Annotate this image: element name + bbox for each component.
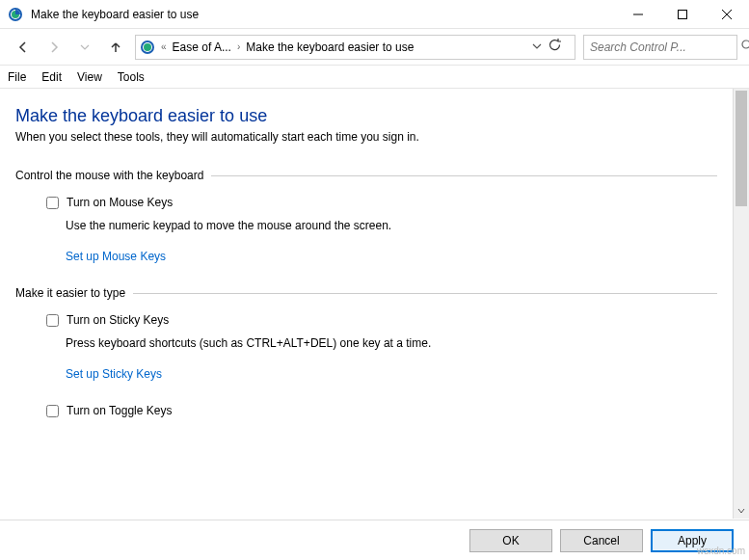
menu-file[interactable]: File (8, 70, 26, 84)
address-dropdown[interactable] (532, 40, 542, 54)
group-header-type-label: Make it easier to type (15, 286, 125, 300)
vertical-scrollbar[interactable] (733, 89, 749, 519)
group-header-mouse: Control the mouse with the keyboard (15, 169, 717, 182)
mouse-keys-desc: Use the numeric keypad to move the mouse… (66, 219, 717, 232)
forward-button[interactable] (42, 36, 66, 59)
group-header-mouse-label: Control the mouse with the keyboard (15, 169, 203, 182)
checkbox-sticky-keys-input[interactable] (46, 314, 59, 327)
checkbox-sticky-keys[interactable]: Turn on Sticky Keys (46, 313, 717, 327)
divider (133, 293, 717, 294)
link-setup-sticky-keys[interactable]: Set up Sticky Keys (66, 367, 717, 381)
up-button[interactable] (104, 36, 127, 59)
cancel-button[interactable]: Cancel (560, 529, 643, 552)
content-pane: Make the keyboard easier to use When you… (0, 89, 733, 519)
svg-rect-4 (679, 10, 687, 18)
page-subtitle: When you select these tools, they will a… (15, 130, 717, 144)
menu-tools[interactable]: Tools (118, 70, 145, 84)
watermark: wsxdn.com (697, 546, 745, 556)
minimize-button[interactable] (616, 0, 660, 29)
titlebar: Make the keyboard easier to use (0, 0, 749, 29)
search-input[interactable] (590, 40, 736, 54)
chevron-left-icon: « (161, 41, 167, 52)
checkbox-toggle-keys-input[interactable] (46, 405, 59, 417)
menu-view[interactable]: View (77, 70, 102, 84)
footer: OK Cancel Apply (0, 520, 749, 560)
breadcrumb-item-current[interactable]: Make the keyboard easier to use (246, 40, 414, 54)
navbar: « Ease of A... › Make the keyboard easie… (0, 29, 749, 66)
ok-button[interactable]: OK (469, 529, 552, 552)
group-header-type: Make it easier to type (15, 286, 717, 300)
checkbox-toggle-keys-label: Turn on Toggle Keys (67, 404, 172, 417)
scroll-down-arrow[interactable] (734, 502, 749, 519)
svg-point-9 (144, 43, 151, 51)
sticky-keys-desc: Press keyboard shortcuts (such as CTRL+A… (66, 336, 717, 350)
window-icon (8, 7, 23, 22)
checkbox-mouse-keys[interactable]: Turn on Mouse Keys (46, 196, 717, 209)
checkbox-mouse-keys-input[interactable] (46, 197, 59, 209)
back-button[interactable] (12, 36, 35, 59)
address-bar[interactable]: « Ease of A... › Make the keyboard easie… (135, 35, 575, 60)
search-icon[interactable] (741, 40, 749, 54)
menubar: File Edit View Tools (0, 66, 749, 89)
menu-edit[interactable]: Edit (41, 70, 62, 84)
search-box[interactable] (583, 35, 737, 60)
checkbox-toggle-keys[interactable]: Turn on Toggle Keys (46, 404, 717, 417)
divider (211, 175, 717, 176)
checkbox-sticky-keys-label: Turn on Sticky Keys (67, 313, 169, 327)
refresh-button[interactable] (548, 39, 571, 55)
page-title: Make the keyboard easier to use (15, 106, 717, 126)
recent-dropdown[interactable] (73, 36, 96, 59)
checkbox-mouse-keys-label: Turn on Mouse Keys (67, 196, 173, 209)
close-button[interactable] (705, 0, 749, 29)
window-title: Make the keyboard easier to use (31, 8, 616, 21)
breadcrumb-item-ease[interactable]: Ease of A... (173, 40, 231, 54)
chevron-right-icon: › (237, 41, 240, 52)
scroll-thumb[interactable] (736, 91, 747, 206)
link-setup-mouse-keys[interactable]: Set up Mouse Keys (66, 250, 717, 263)
svg-point-10 (742, 40, 749, 48)
maximize-button[interactable] (660, 0, 705, 29)
control-panel-icon (140, 40, 155, 55)
